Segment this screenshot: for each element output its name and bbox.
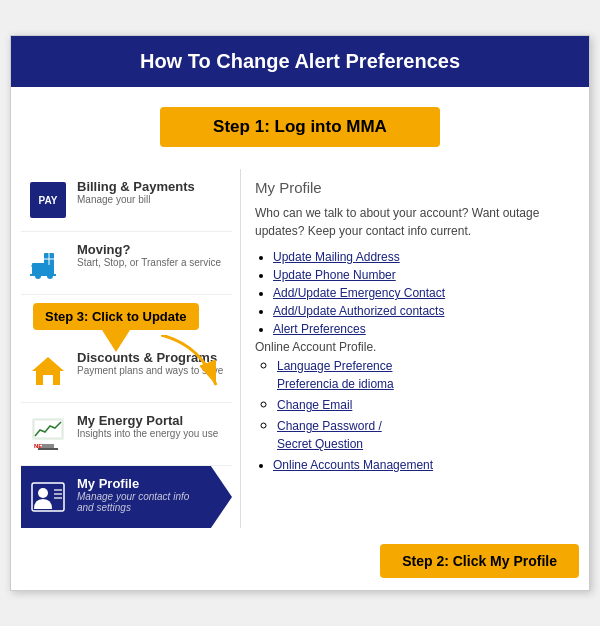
change-password-link[interactable]: Change Password /Secret Question (277, 419, 382, 451)
sidebar-item-profile[interactable]: My Profile Manage your contact info and … (21, 466, 232, 528)
sidebar-discounts-title: Discounts & Programs (77, 350, 226, 365)
link-alert-preferences[interactable]: Alert Preferences (273, 322, 565, 336)
link-add-emergency[interactable]: Add/Update Emergency Contact (273, 286, 565, 300)
content-row: PAY Billing & Payments Manage your bill (11, 169, 589, 538)
pay-icon: PAY (27, 179, 69, 221)
my-profile-description: Who can we talk to about your account? W… (255, 204, 565, 240)
sidebar-item-moving[interactable]: Moving? Start, Stop, or Transfer a servi… (21, 232, 232, 295)
alert-preferences-link[interactable]: Alert Preferences (273, 322, 366, 336)
svg-rect-15 (38, 448, 58, 450)
my-profile-heading: My Profile (255, 179, 565, 196)
online-accounts-link[interactable]: Online Accounts Management (273, 458, 433, 472)
sidebar-billing-title: Billing & Payments (77, 179, 226, 194)
sidebar-item-billing[interactable]: PAY Billing & Payments Manage your bill (21, 169, 232, 232)
sidebar-energy-subtitle: Insights into the energy you use (77, 428, 226, 439)
step3-banner[interactable]: Step 3: Click to Update (33, 303, 199, 330)
sidebar-energy-title: My Energy Portal (77, 413, 226, 428)
link-change-password[interactable]: Change Password /Secret Question (277, 416, 565, 452)
sidebar-profile-title: My Profile (77, 476, 202, 491)
house-icon (27, 350, 69, 392)
online-account-label: Online Account Profile. (255, 340, 565, 354)
sidebar-moving-title: Moving? (77, 242, 226, 257)
profile-icon (27, 476, 69, 518)
sidebar-item-energy[interactable]: NEW My Energy Portal Insights into the e… (21, 403, 232, 466)
right-panel: My Profile Who can we talk to about your… (241, 169, 579, 528)
cart-icon (27, 242, 69, 284)
link-online-accounts[interactable]: Online Accounts Management (273, 458, 565, 472)
link-add-authorized[interactable]: Add/Update Authorized contacts (273, 304, 565, 318)
svg-point-17 (38, 488, 48, 498)
link-update-mailing[interactable]: Update Mailing Address (273, 250, 565, 264)
svg-rect-14 (42, 444, 54, 448)
update-phone-link[interactable]: Update Phone Number (273, 268, 396, 282)
change-email-link[interactable]: Change Email (277, 398, 352, 412)
bottom-links-list: Online Accounts Management (255, 458, 565, 472)
language-preference-link[interactable]: Language PreferencePreferencia de idioma (277, 359, 394, 391)
page-title: How To Change Alert Preferences (11, 36, 589, 87)
add-emergency-link[interactable]: Add/Update Emergency Contact (273, 286, 445, 300)
add-authorized-link[interactable]: Add/Update Authorized contacts (273, 304, 444, 318)
step2-row: Step 2: Click My Profile (11, 538, 589, 590)
sidebar-discounts-subtitle: Payment plans and ways to save (77, 365, 226, 376)
svg-rect-19 (54, 493, 62, 495)
sub-links-list: Language PreferencePreferencia de idioma… (255, 356, 565, 452)
link-update-phone[interactable]: Update Phone Number (273, 268, 565, 282)
step1-banner: Step 1: Log into MMA (160, 107, 440, 147)
chart-icon: NEW (27, 413, 69, 455)
sidebar: PAY Billing & Payments Manage your bill (21, 169, 241, 528)
main-links-list: Update Mailing Address Update Phone Numb… (255, 250, 565, 336)
sidebar-profile-subtitle: Manage your contact info and settings (77, 491, 202, 513)
main-container: How To Change Alert Preferences Step 1: … (10, 35, 590, 591)
update-mailing-link[interactable]: Update Mailing Address (273, 250, 400, 264)
link-change-email[interactable]: Change Email (277, 395, 565, 413)
svg-rect-20 (54, 497, 62, 499)
svg-point-4 (47, 273, 53, 279)
step2-banner: Step 2: Click My Profile (380, 544, 579, 578)
svg-point-3 (35, 273, 41, 279)
svg-rect-18 (54, 489, 62, 491)
sidebar-moving-subtitle: Start, Stop, or Transfer a service (77, 257, 226, 268)
svg-rect-10 (43, 375, 53, 385)
link-language[interactable]: Language PreferencePreferencia de idioma (277, 356, 565, 392)
sidebar-billing-subtitle: Manage your bill (77, 194, 226, 205)
